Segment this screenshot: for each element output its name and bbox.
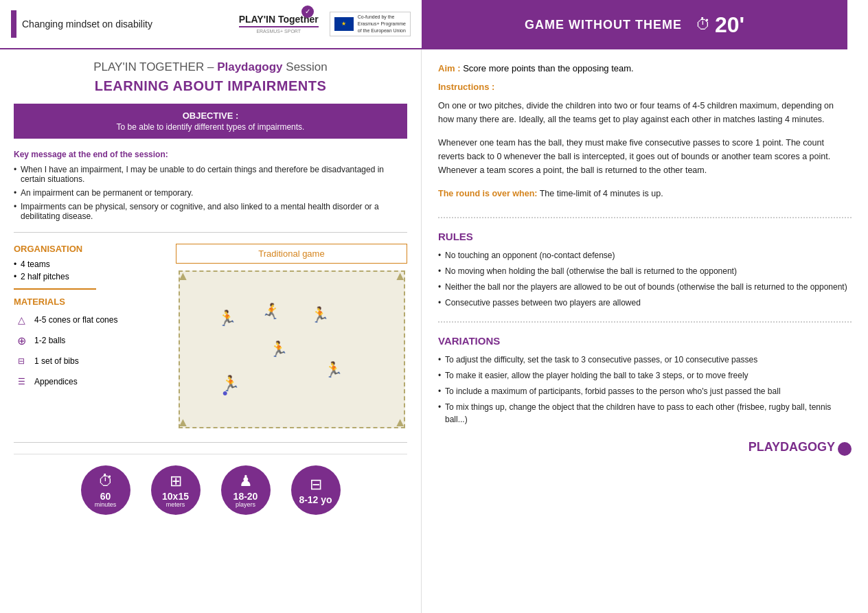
objective-box: OBJECTIVE : To be able to identify diffe… bbox=[14, 104, 407, 139]
players-icon-val: 18-20 bbox=[233, 491, 258, 501]
rule-4: Consecutive passes between two players a… bbox=[438, 297, 852, 309]
playin-logo: PLAY'IN Together ERASMUS+ SPORT ✓ bbox=[239, 14, 319, 34]
main-content: PLAY'IN TOGETHER – Playdagogy Session LE… bbox=[0, 49, 868, 613]
player-green-2: 🏃 bbox=[310, 306, 329, 324]
eu-flag-icon: ★ bbox=[334, 17, 354, 31]
age-icon: ⊟ bbox=[310, 476, 322, 494]
play-text: PLAY bbox=[749, 440, 780, 454]
header-logos: PLAY'IN Together ERASMUS+ SPORT ✓ ★ Co-f… bbox=[239, 12, 411, 36]
material-appendices-text: Appendices bbox=[34, 377, 78, 386]
org-divider bbox=[14, 288, 96, 290]
page: Changing mindset on disability PLAY'IN T… bbox=[0, 0, 868, 613]
player-green-1: 🏃 bbox=[218, 310, 236, 327]
traditional-badge: Traditional game bbox=[176, 244, 407, 264]
cone-tr: ▲ bbox=[394, 269, 407, 284]
rule-3: Neither the ball nor the players are all… bbox=[438, 281, 852, 293]
pitch-icon-unit: meters bbox=[166, 502, 185, 508]
cone-bl: ▲ bbox=[177, 415, 190, 430]
bibs-icon: ⊟ bbox=[14, 354, 29, 369]
variation-4: To mix things up, change the object that… bbox=[438, 401, 852, 426]
dagogy-text: DAGOGY bbox=[780, 440, 835, 454]
instructions-label: Instructions : bbox=[438, 82, 852, 92]
playdagogy-badge-icon: ✓ bbox=[838, 442, 852, 456]
dotted-divider-2 bbox=[438, 321, 852, 323]
instructions-para-2: Whenever one team has the ball, they mus… bbox=[438, 136, 852, 177]
time-icon: ⏱ bbox=[98, 472, 113, 490]
material-balls: ⊕ 1-2 balls bbox=[14, 333, 165, 348]
cone-br: ▲ bbox=[394, 415, 407, 430]
session-title-plain: PLAY'IN TOGETHER – bbox=[93, 60, 214, 73]
pitch-icon-val: 10x15 bbox=[162, 491, 189, 501]
key-message-item-3: Impairments can be physical, sensory or … bbox=[14, 202, 407, 221]
player-green-3: 🏃 bbox=[269, 340, 288, 358]
time-icon-val: 60 bbox=[100, 491, 111, 501]
players-icon: ♟ bbox=[239, 472, 253, 490]
material-cones-text: 4-5 cones or flat cones bbox=[34, 315, 117, 325]
key-message-item-2: An impairment can be permanent or tempor… bbox=[14, 188, 407, 198]
icon-circle-pitch: ⊞ 10x15 meters bbox=[151, 465, 201, 515]
icon-age: ⊟ 8-12 yo bbox=[291, 465, 341, 515]
cone-tl: ▲ bbox=[177, 269, 190, 284]
divider-2 bbox=[14, 442, 407, 443]
round-over-label: The round is over when: bbox=[438, 189, 537, 198]
rules-list: No touching an opponent (no-contact defe… bbox=[438, 249, 852, 309]
icon-pitch: ⊞ 10x15 meters bbox=[151, 465, 201, 515]
icon-players: ♟ 18-20 players bbox=[221, 465, 271, 515]
aim-line: Aim : Score more points than the opposin… bbox=[438, 63, 852, 73]
ball-icon: ⊕ bbox=[14, 333, 29, 348]
appendices-icon: ☰ bbox=[14, 374, 29, 389]
icon-circle-time: ⏱ 60 minutes bbox=[81, 465, 130, 515]
playdagogy-footer: PLAYDAGOGY✓ bbox=[438, 429, 852, 456]
session-subtitle: LEARNING ABOUT IMPAIRMENTS bbox=[14, 78, 407, 94]
cone-icon: △ bbox=[14, 312, 29, 327]
game-title: GAME WITHOUT THEME bbox=[525, 18, 682, 32]
material-appendices: ☰ Appendices bbox=[14, 374, 165, 389]
brand-bar bbox=[11, 10, 16, 38]
org-item-2: 2 half pitches bbox=[14, 272, 165, 281]
key-message-item-1: When I have an impairment, I may be unab… bbox=[14, 165, 407, 184]
icon-time: ⏱ 60 minutes bbox=[81, 465, 130, 515]
objective-text: To be able to identify different types o… bbox=[25, 122, 396, 132]
variations-list: To adjust the difficulty, set the task t… bbox=[438, 354, 852, 426]
pitch-diagram: ▲ ▲ ▲ ▲ 🏃 🏃 🏃 🏃 🏃 🏃 ● bbox=[179, 270, 405, 428]
left-header: Changing mindset on disability PLAY'IN T… bbox=[0, 0, 422, 49]
materials-title: MATERIALS bbox=[14, 297, 165, 307]
time-badge: ⏱ 20' bbox=[696, 12, 744, 38]
objective-title: OBJECTIVE : bbox=[25, 111, 396, 121]
clock-icon: ⏱ bbox=[696, 16, 711, 34]
org-list: 4 teams 2 half pitches bbox=[14, 259, 165, 281]
playdagogy-logo: PLAYDAGOGY✓ bbox=[749, 440, 852, 456]
round-over: The round is over when: The time-limit o… bbox=[438, 187, 852, 200]
ball-indicator: ● bbox=[222, 387, 228, 398]
right-panel: Aim : Score more points than the opposin… bbox=[422, 49, 868, 613]
age-icon-val: 8-12 yo bbox=[299, 495, 332, 505]
aim-label: Aim : bbox=[438, 63, 461, 73]
game-area: Traditional game ▲ ▲ ▲ ▲ 🏃 🏃 🏃 🏃 🏃 bbox=[176, 244, 407, 428]
variation-3: To include a maximum of participants, fo… bbox=[438, 385, 852, 397]
session-title: PLAY'IN TOGETHER – Playdagogy Session bbox=[14, 60, 407, 74]
key-message-title: Key message at the end of the session: bbox=[14, 150, 407, 159]
variation-1: To adjust the difficulty, set the task t… bbox=[438, 354, 852, 366]
round-over-text: The time-limit of 4 minutes is up. bbox=[540, 189, 663, 198]
pitch-icon: ⊞ bbox=[170, 472, 182, 490]
divider-1 bbox=[14, 232, 407, 233]
session-title-bold: Playdagogy bbox=[217, 60, 282, 73]
variations-title: VARIATIONS bbox=[438, 335, 852, 347]
time-value: 20' bbox=[715, 12, 744, 38]
player-red-2: 🏃 bbox=[324, 361, 343, 379]
playin-logo-sub: ERASMUS+ SPORT bbox=[256, 29, 301, 34]
material-bibs-text: 1 set of bibs bbox=[34, 356, 79, 366]
mindset-text: Changing mindset on disability bbox=[22, 19, 152, 30]
rule-1: No touching an opponent (no-contact defe… bbox=[438, 249, 852, 262]
icon-circle-players: ♟ 18-20 players bbox=[221, 465, 271, 515]
material-bibs: ⊟ 1 set of bibs bbox=[14, 354, 165, 369]
player-red-1: 🏃 bbox=[262, 303, 281, 321]
erasmus-text: Co-funded by theErasmus+ Programmeof the… bbox=[358, 14, 406, 34]
dotted-divider-1 bbox=[438, 217, 852, 218]
org-section: ORGANISATION 4 teams 2 half pitches MATE… bbox=[14, 244, 165, 395]
org-game-row: ORGANISATION 4 teams 2 half pitches MATE… bbox=[14, 244, 407, 428]
rules-title: RULES bbox=[438, 231, 852, 242]
left-panel: PLAY'IN TOGETHER – Playdagogy Session LE… bbox=[0, 49, 422, 613]
header: Changing mindset on disability PLAY'IN T… bbox=[0, 0, 868, 49]
rule-2: No moving when holding the ball (otherwi… bbox=[438, 265, 852, 277]
